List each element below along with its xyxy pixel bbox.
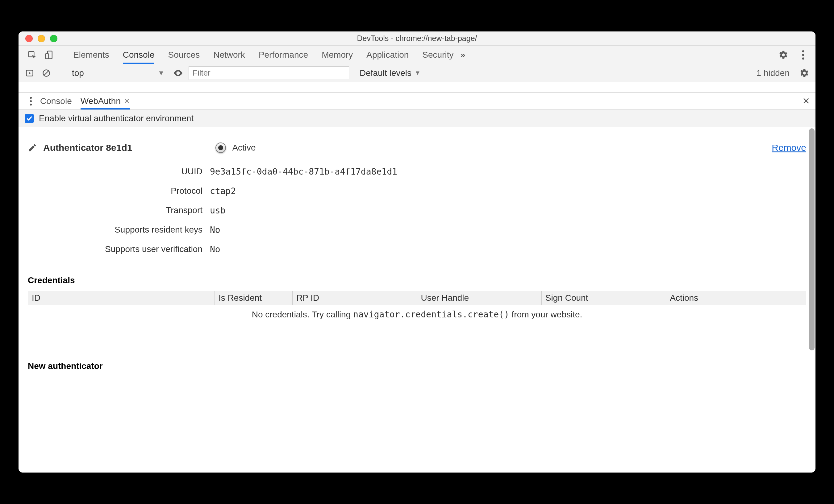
detail-label-transport: Transport	[28, 205, 210, 215]
execution-context-value: top	[72, 68, 84, 78]
credentials-col-userhandle[interactable]: User Handle	[417, 291, 542, 305]
window-title: DevTools - chrome://new-tab-page/	[19, 34, 815, 43]
credentials-section-title: Credentials	[28, 275, 806, 285]
tab-application[interactable]: Application	[366, 46, 409, 64]
drawer-tab-label: WebAuthn	[81, 96, 121, 106]
enable-virtual-authenticator-checkbox[interactable]	[25, 114, 34, 123]
credentials-header-row: ID Is Resident RP ID User Handle Sign Co…	[28, 291, 806, 305]
detail-label-resident-keys: Supports resident keys	[28, 225, 210, 235]
authenticator-header: Authenticator 8e1d1 Active Remove	[28, 142, 806, 153]
inspect-element-icon[interactable]	[23, 46, 41, 64]
webauthn-panel-content[interactable]: Authenticator 8e1d1 Active Remove UUID 9…	[19, 127, 815, 473]
tab-sources[interactable]: Sources	[168, 46, 200, 64]
authenticator-active-label: Active	[232, 143, 256, 153]
detail-value-transport: usb	[210, 205, 806, 215]
credentials-empty-row: No credentials. Try calling navigator.cr…	[28, 305, 806, 324]
drawer-tab-webauthn[interactable]: WebAuthn ✕	[81, 93, 130, 110]
clear-console-icon[interactable]	[40, 67, 52, 79]
drawer-tab-label: Console	[40, 96, 72, 106]
drawer-tab-console[interactable]: Console	[40, 93, 72, 110]
devtools-window: DevTools - chrome://new-tab-page/ Elemen…	[19, 31, 815, 473]
svg-marker-7	[29, 72, 31, 74]
maximize-window-button[interactable]	[50, 35, 58, 42]
authenticator-details: UUID 9e3a15fc-0da0-44bc-871b-a4f17da8e1d…	[28, 166, 806, 254]
tab-performance[interactable]: Performance	[259, 46, 308, 64]
detail-value-resident-keys: No	[210, 225, 806, 235]
drawer-kebab-menu-icon[interactable]	[23, 93, 38, 110]
log-levels-label: Default levels	[359, 68, 412, 78]
credentials-col-rpid[interactable]: RP ID	[292, 291, 417, 305]
detail-label-uuid: UUID	[28, 166, 210, 177]
credentials-empty-suffix: from your website.	[509, 310, 583, 319]
detail-label-protocol: Protocol	[28, 186, 210, 196]
more-tabs-icon[interactable]: »	[454, 46, 472, 64]
tab-security[interactable]: Security	[422, 46, 454, 64]
tab-console[interactable]: Console	[123, 46, 155, 64]
dropdown-caret-icon: ▼	[415, 69, 421, 76]
log-levels-select[interactable]: Default levels ▼	[359, 68, 421, 78]
remove-authenticator-link[interactable]: Remove	[772, 142, 806, 153]
settings-gear-icon[interactable]	[777, 49, 790, 61]
close-tab-icon[interactable]: ✕	[124, 97, 130, 106]
enable-virtual-authenticator-row: Enable virtual authenticator environment	[19, 110, 815, 127]
edit-authenticator-name-icon[interactable]	[28, 143, 37, 152]
window-titlebar: DevTools - chrome://new-tab-page/	[19, 31, 815, 46]
detail-value-uuid: 9e3a15fc-0da0-44bc-871b-a4f17da8e1d1	[210, 166, 806, 177]
execution-context-select[interactable]: top ▼	[69, 66, 168, 80]
drawer-tabbar: Console WebAuthn ✕ ✕	[19, 93, 815, 110]
console-filter-input[interactable]	[189, 66, 349, 80]
svg-point-11	[30, 97, 32, 99]
svg-rect-2	[46, 54, 49, 59]
svg-point-10	[177, 72, 179, 74]
credentials-empty-code: navigator.credentials.create()	[353, 310, 509, 320]
credentials-col-resident[interactable]: Is Resident	[215, 291, 292, 305]
credentials-col-actions[interactable]: Actions	[666, 291, 806, 305]
console-settings-gear-icon[interactable]	[798, 67, 811, 79]
separator	[62, 49, 62, 61]
svg-point-3	[802, 50, 804, 52]
detail-label-user-verification: Supports user verification	[28, 244, 210, 254]
tab-elements[interactable]: Elements	[73, 46, 109, 64]
console-sidebar-toggle-icon[interactable]	[23, 67, 36, 79]
authenticator-active-radio[interactable]	[216, 142, 226, 153]
svg-point-13	[30, 103, 32, 105]
credentials-table: ID Is Resident RP ID User Handle Sign Co…	[28, 291, 806, 324]
console-toolbar: top ▼ Default levels ▼ 1 hidden	[19, 64, 815, 82]
credentials-col-signcount[interactable]: Sign Count	[542, 291, 666, 305]
traffic-lights	[25, 35, 58, 42]
close-window-button[interactable]	[25, 35, 33, 42]
svg-point-5	[802, 58, 804, 60]
console-body-gap	[19, 82, 815, 93]
tab-network[interactable]: Network	[213, 46, 245, 64]
detail-value-user-verification: No	[210, 244, 806, 254]
new-authenticator-section-title: New authenticator	[28, 361, 806, 371]
hidden-messages-count[interactable]: 1 hidden	[756, 68, 790, 78]
dropdown-caret-icon: ▼	[158, 69, 164, 77]
kebab-menu-icon[interactable]	[797, 49, 809, 61]
tab-memory[interactable]: Memory	[322, 46, 353, 64]
live-expression-icon[interactable]	[172, 67, 184, 79]
enable-virtual-authenticator-label: Enable virtual authenticator environment	[39, 114, 194, 123]
detail-value-protocol: ctap2	[210, 186, 806, 196]
credentials-empty-prefix: No credentials. Try calling	[252, 310, 353, 319]
main-toolbar: Elements Console Sources Network Perform…	[19, 46, 815, 64]
svg-point-4	[802, 54, 804, 56]
minimize-window-button[interactable]	[38, 35, 45, 42]
drawer-close-icon[interactable]: ✕	[802, 93, 810, 110]
scrollbar[interactable]	[809, 128, 815, 350]
device-toolbar-icon[interactable]	[41, 46, 58, 64]
main-tab-list: Elements Console Sources Network Perform…	[73, 46, 454, 64]
authenticator-title: Authenticator 8e1d1	[43, 142, 132, 153]
svg-point-12	[30, 100, 32, 102]
credentials-col-id[interactable]: ID	[28, 291, 215, 305]
svg-line-9	[44, 70, 49, 75]
